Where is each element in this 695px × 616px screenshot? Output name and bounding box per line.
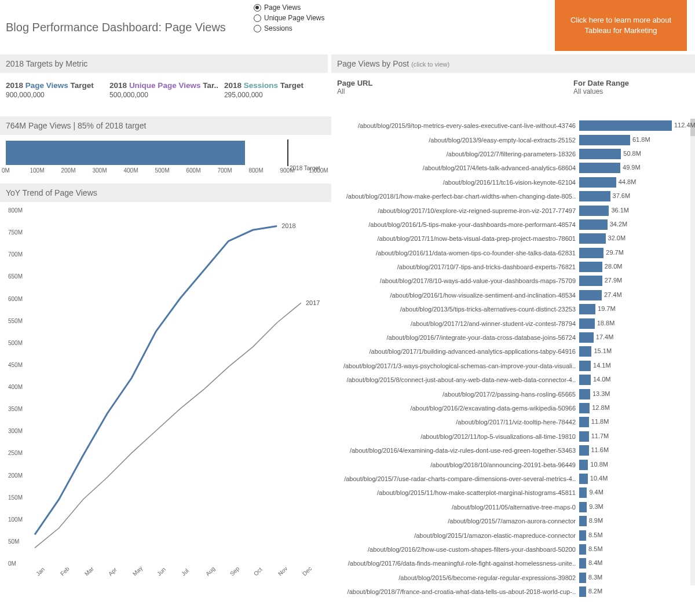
dashboard-title-area: Blog Performance Dashboard: Page Views (0, 0, 254, 34)
yoy-chart[interactable]: 0M50M100M150M200M250M300M350M400M450M500… (6, 206, 325, 588)
post-bar-value: 17.4M (596, 333, 614, 340)
axis-tick: 300M (92, 167, 107, 174)
post-url-label: /about/blog/2017/8/10-ways-add-value-you… (334, 277, 579, 284)
post-bar-row[interactable]: /about/blog/2015/8/connect-just-about-an… (334, 373, 692, 387)
metric-radio-unique-page-views[interactable]: Unique Page Views (254, 13, 555, 23)
post-url-label: /about/blog/2016/11/tc16-vision-keynote-… (334, 179, 579, 186)
series-label-2017: 2017 (306, 299, 320, 306)
radio-label: Page Views (264, 3, 301, 12)
target-value: 500,000,000 (109, 91, 218, 99)
axis-tick: 100M (30, 167, 44, 174)
post-bar-row[interactable]: /about/blog/2017/8/10-ways-add-value-you… (334, 274, 692, 288)
progress-header: 764M Page Views | 85% of 2018 target (0, 116, 331, 135)
post-url-label: /about/blog/2013/5/tips-tricks-alternati… (334, 306, 579, 313)
axis-tick: 0M (2, 167, 10, 174)
pageurl-filter-value[interactable]: All (337, 87, 573, 96)
post-bar-row[interactable]: /about/blog/2017/11/viz-tooltip-here-784… (334, 415, 692, 429)
targets-header: 2018 Targets by Metric (0, 54, 328, 73)
post-bar-row[interactable]: /about/blog/2017/10/7-tips-and-tricks-da… (334, 260, 692, 274)
axis-tick: 1,000M (309, 167, 328, 174)
post-bar-row[interactable]: /about/blog/2012/11/top-5-visualizations… (334, 430, 692, 443)
post-url-label: /about/blog/2015/8/connect-just-about-an… (334, 376, 579, 383)
line-series (35, 303, 301, 548)
post-bar-value: 8.2M (588, 588, 602, 595)
post-bar-value: 50.8M (623, 150, 641, 157)
post-url-label: /about/blog/2017/11/viz-tooltip-here-784… (334, 419, 579, 426)
post-bar (579, 135, 630, 145)
post-bar-row[interactable]: /about/blog/2011/05/alternative-tree-map… (334, 500, 692, 514)
post-bar-row[interactable]: /about/blog/2013/5/tips-tricks-alternati… (334, 302, 692, 316)
daterange-filter-value[interactable]: All values (573, 87, 689, 96)
post-bar-row[interactable]: /about/blog/2016/2/how-use-custom-shapes… (334, 542, 692, 556)
post-url-label: /about/blog/2017/2/passing-hans-rosling-… (334, 391, 579, 398)
post-url-label: /about/blog/2017/11/now-beta-visual-data… (334, 235, 579, 242)
axis-tick: 400M (123, 167, 138, 174)
post-bar-row[interactable]: /about/blog/2015/1/amazon-elastic-mapred… (334, 528, 692, 542)
post-bar-row[interactable]: /about/blog/2016/1/how-visualize-sentime… (334, 288, 692, 302)
post-bar-row[interactable]: /about/blog/2017/10/explore-viz-reigned-… (334, 203, 692, 217)
post-bar (579, 290, 602, 300)
post-bar-value: 13.3M (592, 390, 610, 397)
post-bar-value: 10.4M (590, 475, 608, 482)
post-bar-value: 10.8M (590, 461, 608, 468)
metric-radios: Page ViewsUnique Page ViewsSessions (254, 0, 555, 34)
post-url-label: /about/blog/2016/7/integrate-your-data-c… (334, 334, 579, 341)
posts-bar-chart[interactable]: /about/blog/2015/9/top-metrics-every-sal… (331, 116, 695, 599)
series-label-2018: 2018 (281, 222, 295, 229)
post-bar (579, 403, 590, 413)
post-bar-value: 14.1M (593, 362, 611, 369)
post-bar-row[interactable]: /about/blog/2016/1/5-tips-make-your-dash… (334, 218, 692, 232)
post-bar (579, 276, 602, 286)
post-bar (579, 487, 587, 498)
post-bar-value: 11.6M (591, 446, 609, 453)
post-bar-row[interactable]: /about/blog/2015/6/become-regular-regula… (334, 571, 692, 585)
post-bar-row[interactable]: /about/blog/2015/7/use-radar-charts-comp… (334, 472, 692, 486)
target-title: 2018 Page Views Target (6, 81, 104, 90)
post-url-label: /about/blog/2013/9/easy-empty-local-extr… (334, 137, 579, 144)
post-bar-row[interactable]: /about/blog/2017/12/and-winner-student-v… (334, 316, 692, 330)
post-bar-value: 32.0M (608, 234, 626, 241)
post-bar-row[interactable]: /about/blog/2016/7/integrate-your-data-c… (334, 331, 692, 344)
post-bar-row[interactable]: /about/blog/2016/11/data-women-tips-co-f… (334, 246, 692, 260)
post-bar-row[interactable]: /about/blog/2016/2/excavating-data-gems-… (334, 401, 692, 415)
post-bar (579, 163, 620, 173)
post-bar-row[interactable]: /about/blog/2013/9/easy-empty-local-extr… (334, 133, 692, 146)
post-url-label: /about/blog/2017/1/3-ways-psychological-… (334, 362, 579, 369)
radio-label: Sessions (264, 24, 292, 32)
post-bar-row[interactable]: /about/blog/2015/7/amazon-aurora-connect… (334, 514, 692, 528)
target-col: 2018 Page Views Target900,000,000 (6, 81, 104, 99)
dashboard-title: Blog Performance Dashboard: Page Views (6, 21, 254, 34)
post-bar-row[interactable]: /about/blog/2016/11/tc16-vision-keynote-… (334, 175, 692, 189)
post-bar-value: 18.8M (597, 320, 615, 327)
post-bar (579, 120, 672, 131)
post-bar-value: 8.4M (588, 559, 602, 566)
post-bar-row[interactable]: /about/blog/2018/1/how-make-perfect-bar-… (334, 189, 692, 203)
post-bar-row[interactable]: /about/blog/2016/4/examining-data-viz-ru… (334, 443, 692, 457)
post-bar-row[interactable]: /about/blog/2015/9/top-metrics-every-sal… (334, 119, 692, 133)
post-bar (579, 177, 616, 188)
post-bar-row[interactable]: /about/blog/2017/6/data-finds-meaningful… (334, 556, 692, 570)
metric-radio-sessions[interactable]: Sessions (254, 23, 555, 34)
post-bar-row[interactable]: /about/blog/2017/1/3-ways-psychological-… (334, 359, 692, 373)
axis-tick: 800M (248, 167, 263, 174)
post-bar-row[interactable]: /about/blog/2017/4/lets-talk-advanced-an… (334, 161, 692, 175)
post-bar-row[interactable]: /about/blog/2017/2/passing-hans-rosling-… (334, 387, 692, 401)
target-reference-line (287, 140, 288, 166)
yoy-header: YoY Trend of Page Views (0, 184, 331, 202)
post-bar-row[interactable]: /about/blog/2012/7/filtering-parameters-… (334, 147, 692, 161)
post-bar-value: 44.8M (619, 178, 637, 185)
metric-radio-page-views[interactable]: Page Views (254, 2, 555, 13)
target-value: 900,000,000 (6, 91, 104, 99)
post-bar-value: 61.8M (632, 136, 650, 143)
progress-chart[interactable]: 2018 Target (6, 141, 319, 165)
post-bar-row[interactable]: /about/blog/2018/7/france-and-croatia-wh… (334, 585, 692, 599)
post-url-label: /about/blog/2017/12/and-winner-student-v… (334, 320, 579, 327)
post-bar-row[interactable]: /about/blog/2017/11/now-beta-visual-data… (334, 232, 692, 245)
post-url-label: /about/blog/2017/4/lets-talk-advanced-an… (334, 164, 579, 171)
post-url-label: /about/blog/2016/2/excavating-data-gems-… (334, 405, 579, 412)
post-bar (579, 304, 595, 314)
post-bar-row[interactable]: /about/blog/2018/10/announcing-20191-bet… (334, 457, 692, 471)
cta-banner[interactable]: Click here to learn more about Tableau f… (555, 0, 687, 51)
post-bar-row[interactable]: /about/blog/2015/11/how-make-scatterplot… (334, 486, 692, 500)
post-bar-row[interactable]: /about/blog/2017/1/building-advanced-ana… (334, 344, 692, 358)
